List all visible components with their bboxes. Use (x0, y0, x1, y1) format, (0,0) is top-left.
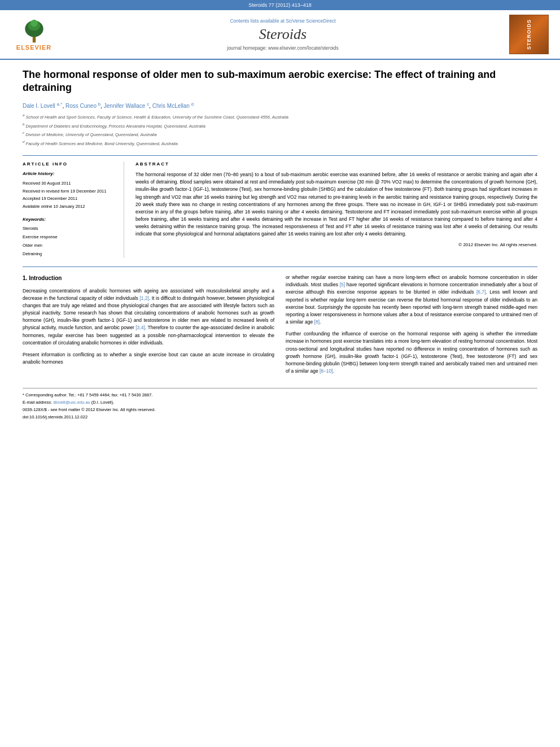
author-cuneo: Ross Cuneo (65, 103, 97, 109)
intro-paragraph-3: or whether regular exercise training can… (286, 274, 537, 326)
body-left-col: 1. Introduction Decreasing concentration… (23, 274, 274, 379)
affiliation-c: c Division of Medicine, University of Qu… (23, 130, 537, 138)
ref-6-7: [6,7] (476, 289, 486, 295)
journal-citation-bar: Steroids 77 (2012) 413–418 (0, 0, 560, 10)
footnotes: * Corresponding author. Tel.: +61 7 5459… (23, 388, 537, 421)
affiliation-b: b Department of Diabetes and Endocrinolo… (23, 121, 537, 130)
intro-paragraph-4: Further confounding the influence of exe… (286, 330, 537, 375)
ref-3-4: [3,4] (135, 325, 145, 330)
abstract-copyright: © 2012 Elsevier Inc. All rights reserved… (135, 242, 537, 248)
elsevier-label: ELSEVIER (16, 44, 51, 51)
journal-homepage: journal homepage: www.elsevier.com/locat… (56, 45, 509, 51)
footnote-doi: doi:10.1016/j.steroids.2011.12.022 (23, 414, 537, 421)
keyword-steroids: Steroids (23, 224, 115, 233)
elsevier-tree-icon (19, 19, 50, 44)
sciverse-link: Contents lists available at SciVerse Sci… (56, 18, 509, 24)
article-title: The hormonal response of older men to su… (23, 68, 537, 95)
article-dates: Received 30 August 2011 Received in revi… (23, 180, 115, 210)
ref-8-10: [8–10] (320, 368, 333, 374)
keyword-older-men: Older men (23, 241, 115, 250)
footnote-email: E-mail address: dlovell@usc.edu.au (D.I.… (23, 399, 537, 407)
body-right-col: or whether regular exercise training can… (286, 274, 537, 379)
keywords-label: Keywords: (23, 217, 115, 222)
history-label: Article history: (23, 171, 115, 176)
affiliation-d: d Faculty of Health Sciences and Medicin… (23, 139, 537, 147)
journal-header: ELSEVIER Contents lists available at Sci… (0, 10, 560, 60)
body-content: 1. Introduction Decreasing concentration… (23, 267, 537, 421)
ref-5: [5] (340, 282, 345, 287)
svg-rect-5 (37, 33, 39, 34)
elsevier-logo: ELSEVIER (11, 19, 56, 51)
ref-1-2: [1,2] (139, 295, 149, 301)
journal-info-center: Contents lists available at SciVerse Sci… (56, 18, 509, 51)
journal-title: Steroids (56, 26, 509, 43)
abstract-body: The hormonal response of 32 older men (7… (135, 172, 537, 237)
author-lovell: Dale I. Lovell (23, 103, 55, 109)
main-content: The hormonal response of older men to su… (0, 60, 560, 426)
author-mclellan: Chris McLellan (152, 103, 190, 109)
accepted-date: Accepted 19 December 2011 (23, 195, 115, 203)
svg-rect-0 (32, 36, 35, 42)
abstract-text: The hormonal response of 32 older men (7… (135, 171, 537, 248)
svg-point-3 (30, 19, 38, 27)
sciverse-link-text[interactable]: SciVerse ScienceDirect (286, 18, 335, 24)
keyword-detraining: Detraining (23, 250, 115, 258)
abstract-col: ABSTRACT The hormonal response of 32 old… (135, 161, 537, 258)
article-info-heading: ARTICLE INFO (23, 161, 115, 167)
affiliations: a School of Health and Sport Sciences, F… (23, 112, 537, 147)
intro-section-title: 1. Introduction (23, 274, 274, 283)
abstract-heading: ABSTRACT (135, 161, 537, 167)
authors-line: Dale I. Lovell a,*, Ross Cuneo b, Jennif… (23, 102, 537, 109)
footnote-corresponding: * Corresponding author. Tel.: +61 7 5459… (23, 392, 537, 399)
intro-paragraph-2: Present information is conflicting as to… (23, 351, 274, 366)
article-info-col: ARTICLE INFO Article history: Received 3… (23, 161, 124, 258)
body-two-col: 1. Introduction Decreasing concentration… (23, 274, 537, 379)
ref-8: [8] (314, 319, 320, 325)
intro-paragraph-1: Decreasing concentrations of anabolic ho… (23, 287, 274, 347)
info-abstract-section: ARTICLE INFO Article history: Received 3… (23, 155, 537, 258)
steroids-logo: STEROIDS (509, 15, 549, 54)
keyword-exercise: Exercise response (23, 233, 115, 241)
svg-rect-4 (29, 33, 31, 34)
email-link[interactable]: dlovell@usc.edu.au (53, 400, 90, 405)
keywords-list: Steroids Exercise response Older men Det… (23, 224, 115, 258)
author-wallace: Jennifer Wallace (104, 103, 146, 109)
affiliation-a: a School of Health and Sport Sciences, F… (23, 112, 537, 121)
received-revised-date: Received in revised form 19 December 201… (23, 187, 115, 195)
available-online-date: Available online 10 January 2012 (23, 203, 115, 211)
footnote-issn: 0039-128X/$ - see front matter © 2012 El… (23, 407, 537, 414)
journal-citation: Steroids 77 (2012) 413–418 (248, 2, 312, 8)
received-date: Received 30 August 2011 (23, 180, 115, 187)
